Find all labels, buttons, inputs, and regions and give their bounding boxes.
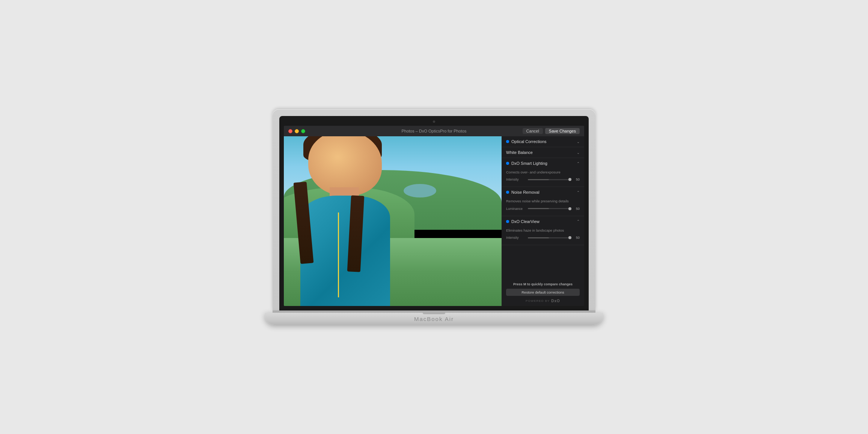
- clearview-body: Eliminates haze in landscape photos Inte…: [502, 227, 584, 245]
- screen: Photos – DxO OpticsPro for Photos Cancel…: [284, 126, 584, 306]
- laptop-bezel: Photos – DxO OpticsPro for Photos Cancel…: [279, 116, 589, 310]
- clearview-slider-value: 50: [572, 236, 580, 240]
- noise-removal-slider-track[interactable]: [528, 208, 570, 209]
- smart-lighting-slider-row: Intensity 50: [506, 178, 580, 181]
- title-bar: Photos – DxO OpticsPro for Photos Cancel…: [284, 126, 584, 136]
- close-button[interactable]: [288, 129, 292, 133]
- clearview-chevron: ⌃: [577, 219, 580, 223]
- right-panel: Optical Corrections ⌄ White Balance ⌄: [502, 136, 584, 306]
- window-title: Photos – DxO OpticsPro for Photos: [401, 129, 466, 133]
- panel-footer: Press M to quickly compare changes Resto…: [502, 279, 584, 306]
- optical-corrections-section: Optical Corrections ⌄: [502, 136, 584, 147]
- clearview-section: DxO ClearView ⌃ Eliminates haze in lands…: [502, 216, 584, 245]
- clearview-slider-fill: [528, 237, 549, 238]
- traffic-lights: [288, 129, 305, 133]
- optical-corrections-header[interactable]: Optical Corrections ⌄: [502, 136, 584, 147]
- webcam: [433, 121, 435, 123]
- dxo-logo: DxO: [551, 299, 560, 303]
- smart-lighting-body: Corrects over- and underexposure Intensi…: [502, 169, 584, 187]
- zipper: [338, 212, 339, 297]
- app-content: Optical Corrections ⌄ White Balance ⌄: [284, 136, 584, 306]
- smart-lighting-section: DxO Smart Lighting ⌃ Corrects over- and …: [502, 158, 584, 187]
- person-container: [284, 136, 447, 306]
- noise-removal-title: Noise Removal: [511, 190, 574, 194]
- noise-removal-slider-value: 50: [572, 207, 580, 211]
- noise-removal-slider-thumb: [568, 207, 571, 210]
- clearview-slider-track[interactable]: [528, 237, 570, 238]
- clearview-slider-thumb: [568, 236, 571, 239]
- smart-lighting-chevron: ⌃: [577, 161, 580, 166]
- smart-lighting-desc: Corrects over- and underexposure: [506, 170, 580, 175]
- restore-button[interactable]: Restore default corrections: [506, 289, 580, 296]
- powered-by-text: POWERED BY: [526, 299, 550, 303]
- laptop-wrapper: Photos – DxO OpticsPro for Photos Cancel…: [265, 109, 603, 325]
- press-m-hint: Press M to quickly compare changes: [506, 282, 580, 286]
- white-balance-title: White Balance: [506, 150, 574, 155]
- noise-removal-desc: Removes noise while preserving details: [506, 199, 580, 203]
- smart-lighting-dot: [506, 162, 509, 165]
- noise-removal-slider-label: Luminance: [506, 207, 526, 211]
- smart-lighting-slider-value: 50: [572, 178, 580, 181]
- press-m-prefix: Press: [513, 282, 523, 286]
- clearview-slider-row: Intensity 50: [506, 236, 580, 240]
- smart-lighting-title: DxO Smart Lighting: [511, 161, 574, 166]
- clearview-title: DxO ClearView: [511, 219, 574, 224]
- optical-corrections-title: Optical Corrections: [511, 139, 574, 144]
- smart-lighting-slider-label: Intensity: [506, 178, 526, 181]
- laptop-notch: [423, 313, 445, 314]
- noise-removal-chevron: ⌃: [577, 190, 580, 194]
- optical-corrections-chevron: ⌄: [577, 140, 580, 144]
- white-balance-chevron: ⌄: [577, 151, 580, 155]
- clearview-header[interactable]: DxO ClearView ⌃: [502, 216, 584, 227]
- press-m-suffix: to quickly compare changes: [526, 282, 573, 286]
- jacket: [300, 196, 390, 306]
- smart-lighting-slider-fill: [528, 179, 549, 180]
- noise-removal-body: Removes noise while preserving details L…: [502, 197, 584, 215]
- clearview-slider-label: Intensity: [506, 236, 526, 240]
- laptop-brand: MacBook Air: [414, 316, 454, 322]
- white-balance-section: White Balance ⌄: [502, 147, 584, 158]
- smart-lighting-header[interactable]: DxO Smart Lighting ⌃: [502, 158, 584, 169]
- photo-canvas: [284, 136, 502, 306]
- noise-removal-section: Noise Removal ⌃ Removes noise while pres…: [502, 187, 584, 216]
- clearview-dot: [506, 220, 509, 223]
- save-changes-button[interactable]: Save Changes: [545, 128, 580, 134]
- noise-removal-header[interactable]: Noise Removal ⌃: [502, 187, 584, 197]
- noise-removal-dot: [506, 191, 509, 194]
- clearview-desc: Eliminates haze in landscape photos: [506, 228, 580, 233]
- smart-lighting-slider-track[interactable]: [528, 179, 570, 180]
- noise-removal-slider-row: Luminance 50: [506, 207, 580, 211]
- laptop-lid: Photos – DxO OpticsPro for Photos Cancel…: [273, 109, 595, 310]
- noise-removal-slider-fill: [528, 208, 549, 209]
- maximize-button[interactable]: [301, 129, 305, 133]
- cancel-button[interactable]: Cancel: [523, 128, 543, 134]
- head: [308, 136, 382, 196]
- optical-corrections-dot: [506, 140, 509, 143]
- minimize-button[interactable]: [295, 129, 299, 133]
- laptop-base: MacBook Air: [265, 313, 603, 325]
- header-buttons: Cancel Save Changes: [523, 128, 580, 134]
- white-balance-header[interactable]: White Balance ⌄: [502, 147, 584, 158]
- photo-area: [284, 136, 502, 306]
- smart-lighting-slider-thumb: [568, 178, 571, 181]
